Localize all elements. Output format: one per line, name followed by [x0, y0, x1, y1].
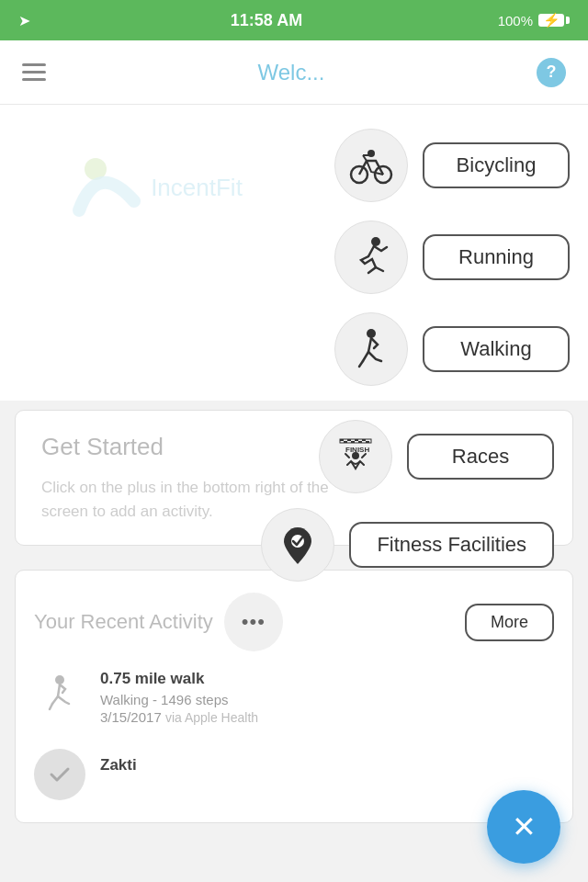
recent-header: Your Recent Activity ••• More — [34, 593, 554, 651]
status-time: 11:58 AM — [74, 11, 459, 30]
logo-swoosh-icon — [70, 151, 143, 224]
svg-point-17 — [352, 452, 359, 459]
walk-activity-subtitle: Walking - 1496 steps — [100, 692, 554, 707]
svg-rect-10 — [347, 439, 351, 441]
battery-tip — [566, 17, 570, 24]
logo-watermark: IncentFit — [0, 105, 312, 270]
hamburger-line-1 — [22, 63, 46, 66]
svg-point-6 — [367, 329, 376, 338]
recent-activity-walk: 0.75 mile walk Walking - 1496 steps 3/15… — [34, 670, 554, 734]
svg-rect-13 — [344, 441, 347, 443]
walk-icon — [41, 674, 78, 729]
walk-activity-info: 0.75 mile walk Walking - 1496 steps 3/15… — [100, 670, 554, 725]
header-title: Welc... — [258, 60, 325, 85]
help-button[interactable]: ? — [537, 58, 566, 87]
status-bar: ➤ 11:58 AM 100% ⚡ — [0, 0, 588, 40]
svg-rect-9 — [340, 439, 344, 441]
battery-icon: ⚡ — [538, 14, 570, 27]
battery-area: 100% ⚡ — [459, 13, 570, 28]
activity-item-walking: Walking — [18, 312, 570, 386]
svg-rect-11 — [355, 439, 358, 441]
hamburger-menu-button[interactable] — [22, 63, 46, 81]
races-badge[interactable]: Races — [407, 434, 554, 480]
bicycling-icon — [348, 142, 394, 188]
get-started-card: Get Started Click on the plus in the bot… — [15, 410, 573, 546]
dots-menu-button[interactable]: ••• — [224, 593, 283, 651]
location-pin-icon — [275, 522, 321, 568]
races-finish-icon: FINISH — [333, 434, 379, 480]
svg-rect-16 — [366, 441, 369, 443]
walk-activity-icon — [34, 670, 85, 734]
recent-activity-zakti: Zakti — [34, 749, 554, 800]
races-icon-circle: FINISH — [319, 420, 392, 493]
more-button[interactable]: More — [465, 604, 554, 641]
battery-bolt-icon: ⚡ — [543, 12, 560, 28]
walking-icon-circle — [334, 312, 408, 386]
activity-item-races: FINISH — [261, 420, 554, 493]
hamburger-line-2 — [22, 71, 46, 74]
walking-icon — [348, 326, 394, 372]
overlay-activities: FINISH — [261, 420, 554, 582]
zakti-title: Zakti — [100, 756, 554, 775]
bicycling-badge[interactable]: Bicycling — [423, 142, 570, 188]
fitness-badge[interactable]: Fitness Facilities — [349, 522, 554, 568]
hamburger-line-3 — [22, 78, 46, 81]
svg-point-5 — [371, 237, 380, 246]
app-header: Welc... ? — [0, 40, 588, 105]
signal-area: ➤ — [18, 12, 74, 29]
walk-via-label: via Apple Health — [165, 710, 258, 725]
svg-rect-12 — [362, 439, 366, 441]
navigation-icon: ➤ — [18, 13, 30, 28]
zakti-check-icon — [46, 761, 74, 788]
svg-rect-15 — [358, 441, 362, 443]
recent-title: Your Recent Activity ••• — [34, 593, 283, 651]
fab-close-button[interactable]: ✕ — [487, 790, 560, 864]
running-icon — [348, 234, 394, 280]
walk-activity-date: 3/15/2017 via Apple Health — [100, 709, 554, 725]
fitness-icon-circle — [261, 508, 334, 582]
walking-badge[interactable]: Walking — [423, 326, 570, 372]
running-icon-circle — [334, 220, 408, 294]
activity-item-fitness: Fitness Facilities — [261, 508, 554, 582]
running-badge[interactable]: Running — [423, 234, 570, 280]
content-wrapper: IncentFit — [0, 105, 588, 842]
bicycling-icon-circle — [334, 129, 408, 202]
scroll-area: IncentFit — [0, 105, 588, 882]
battery-body: ⚡ — [538, 14, 564, 27]
svg-text:FINISH: FINISH — [345, 446, 369, 454]
zakti-icon-circle — [34, 749, 85, 800]
zakti-info: Zakti — [100, 749, 554, 775]
battery-percent: 100% — [498, 13, 533, 28]
svg-point-19 — [55, 675, 64, 684]
walk-activity-title: 0.75 mile walk — [100, 670, 554, 688]
logo-text: IncentFit — [151, 174, 243, 202]
recent-activity-section: Your Recent Activity ••• More — [15, 570, 573, 823]
svg-point-3 — [368, 150, 375, 157]
svg-rect-14 — [351, 441, 355, 443]
